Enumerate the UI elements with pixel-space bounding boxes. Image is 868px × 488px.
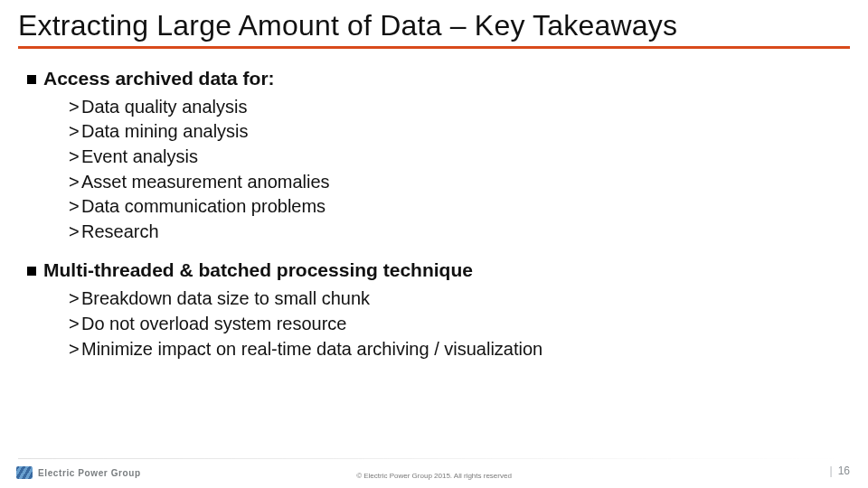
section-heading-text: Multi-threaded & batched processing tech…	[43, 259, 473, 280]
angle-bullet-icon: >	[69, 338, 81, 361]
angle-bullet-icon: >	[69, 145, 81, 169]
angle-bullet-icon: >	[69, 120, 81, 144]
list-item-text: Breakdown data size to small chunk	[81, 288, 370, 308]
section-heading-text: Access archived data for:	[43, 68, 275, 89]
list-item: >Breakdown data size to small chunk	[69, 286, 841, 312]
list-item-text: Data quality analysis	[81, 97, 247, 117]
list-item: >Data mining analysis	[69, 119, 841, 145]
logo-icon	[16, 466, 33, 479]
logo-text: Electric Power Group	[38, 468, 141, 478]
page-number-divider: |	[830, 465, 833, 477]
angle-bullet-icon: >	[69, 313, 81, 336]
list-item: >Data quality analysis	[69, 95, 841, 120]
list-item: >Do not overload system resource	[69, 312, 841, 337]
footer-logo: Electric Power Group	[16, 466, 141, 479]
angle-bullet-icon: >	[69, 171, 81, 194]
angle-bullet-icon: >	[69, 221, 81, 244]
section-heading-1: Multi-threaded & batched processing tech…	[27, 253, 841, 285]
square-bullet-icon	[27, 75, 36, 84]
list-item-text: Event analysis	[81, 146, 198, 166]
footer: Electric Power Group © Electric Power Gr…	[0, 455, 868, 483]
angle-bullet-icon: >	[69, 195, 81, 219]
list-item-text: Data communication problems	[81, 196, 326, 216]
list-item: >Data communication problems	[69, 194, 841, 220]
list-item: >Research	[69, 220, 841, 245]
list-item-text: Research	[81, 221, 159, 241]
section-heading-0: Access archived data for:	[27, 61, 841, 93]
list-item-text: Asset measurement anomalies	[81, 172, 330, 192]
slide-title: Extracting Large Amount of Data – Key Ta…	[0, 0, 868, 46]
angle-bullet-icon: >	[69, 287, 81, 311]
list-item-text: Do not overload system resource	[81, 314, 346, 333]
angle-bullet-icon: >	[69, 96, 81, 119]
list-item-text: Data mining analysis	[81, 121, 249, 141]
page-number: |16	[830, 465, 850, 477]
list-item: >Asset measurement anomalies	[69, 170, 841, 195]
content-area: Access archived data for: >Data quality …	[0, 49, 868, 371]
list-item: >Event analysis	[69, 145, 841, 170]
slide: Extracting Large Amount of Data – Key Ta…	[0, 0, 868, 488]
section-0-list: >Data quality analysis >Data mining anal…	[27, 93, 841, 254]
page-number-value: 16	[838, 465, 850, 477]
list-item: >Minimize impact on real-time data archi…	[69, 337, 841, 362]
list-item-text: Minimize impact on real-time data archiv…	[81, 339, 542, 359]
square-bullet-icon	[27, 267, 36, 276]
section-1-list: >Breakdown data size to small chunk >Do …	[27, 285, 841, 371]
copyright-text: © Electric Power Group 2015. All rights …	[356, 472, 512, 480]
